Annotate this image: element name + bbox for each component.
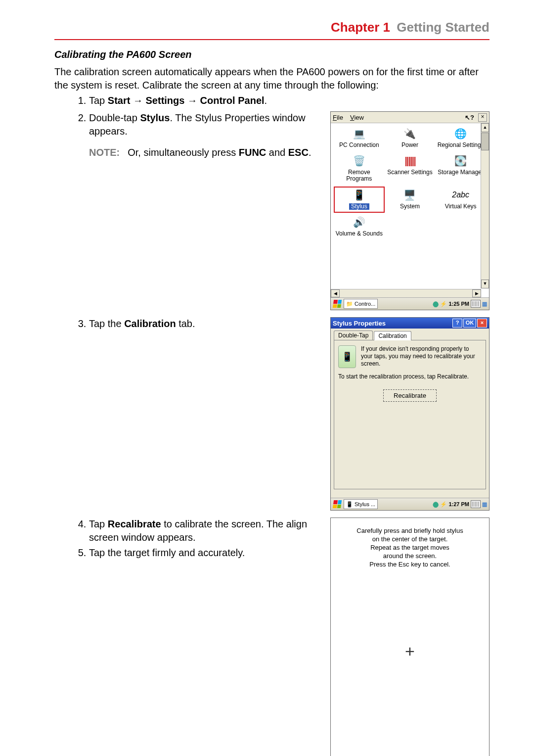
horizontal-scrollbar[interactable]: ◀ ▶ bbox=[331, 289, 481, 297]
chapter-title: Getting Started bbox=[397, 20, 490, 35]
sound-icon: 🔊 bbox=[351, 215, 367, 230]
start-button[interactable] bbox=[332, 299, 343, 309]
tab-strip: Double-Tap Calibration bbox=[334, 331, 486, 340]
system-tray: ⬤ ⚡ 1:27 PM ▥ bbox=[433, 500, 488, 508]
folder-icon: 📁 bbox=[346, 301, 353, 307]
desktop-icon[interactable]: ▥ bbox=[482, 301, 487, 307]
help-button[interactable]: ? bbox=[452, 319, 462, 328]
start-button[interactable] bbox=[332, 499, 343, 509]
tab-calibration[interactable]: Calibration bbox=[374, 331, 411, 340]
menu-file[interactable]: File bbox=[333, 114, 343, 121]
close-button[interactable]: × bbox=[478, 113, 487, 122]
scroll-up-icon[interactable]: ▲ bbox=[481, 123, 489, 132]
align-instructions: Carefully press and briefly hold stylus … bbox=[331, 527, 489, 568]
cp-item-system[interactable]: 🖥️ System bbox=[385, 187, 436, 213]
menu-view[interactable]: View bbox=[350, 114, 364, 121]
power-icon: 🔌 bbox=[401, 126, 418, 141]
pc-connection-icon: 💻 bbox=[351, 126, 367, 141]
menubar: File View ↖? × bbox=[331, 112, 489, 123]
close-button[interactable]: × bbox=[477, 319, 487, 328]
tray-battery-icon[interactable]: ⚡ bbox=[440, 301, 447, 307]
step-2: Double-tap Stylus. The Stylus Properties… bbox=[89, 111, 320, 138]
step-4: Tap Recalibrate to calibrate the screen.… bbox=[89, 518, 320, 544]
cp-item-power[interactable]: 🔌 Power bbox=[385, 125, 436, 151]
help-cursor-icon[interactable]: ↖? bbox=[465, 114, 474, 121]
calibration-start-text: To start the recalibration process, tap … bbox=[338, 373, 482, 380]
titlebar: Stylus Properties ? OK × bbox=[331, 318, 489, 329]
windows-logo-icon bbox=[333, 300, 342, 308]
barcode-icon: |||||| bbox=[401, 153, 418, 168]
taskbar: 📁 Contro... ⬤ ⚡ 1:25 PM ▥ bbox=[331, 297, 489, 310]
taskbar-task[interactable]: 📁 Contro... bbox=[344, 299, 378, 309]
system-tray: ⬤ ⚡ 1:25 PM ▥ bbox=[433, 300, 488, 308]
windows-logo-icon bbox=[333, 500, 342, 508]
vertical-scrollbar[interactable]: ▲ ▼ bbox=[481, 123, 489, 288]
scroll-down-icon[interactable]: ▼ bbox=[481, 280, 489, 288]
stylus-icon: 📱 bbox=[346, 501, 353, 508]
step-3: Tap the Calibration tab. bbox=[89, 317, 320, 331]
recalibrate-button[interactable]: Recalibrate bbox=[383, 389, 437, 402]
desktop-icon[interactable]: ▥ bbox=[482, 501, 487, 508]
globe-icon: 🌐 bbox=[452, 126, 469, 141]
step-1: Tap Start → Settings → Control Panel. bbox=[89, 95, 490, 106]
cp-item-remove-programs[interactable]: 🗑️ Remove Programs bbox=[334, 152, 385, 185]
remove-programs-icon: 🗑️ bbox=[351, 153, 367, 168]
keyboard-icon[interactable] bbox=[471, 300, 481, 308]
cp-item-scanner[interactable]: |||||| Scanner Settings bbox=[385, 152, 436, 185]
system-icon: 🖥️ bbox=[401, 188, 418, 202]
cp-item-virtual-keys[interactable]: 2abc Virtual Keys bbox=[435, 187, 486, 213]
note-text: Or, simultaneously press FUNC and ESC. bbox=[128, 146, 311, 159]
scroll-right-icon[interactable]: ▶ bbox=[472, 289, 481, 297]
step-list: Tap Start → Settings → Control Panel. bbox=[54, 95, 490, 106]
chapter-header: Chapter 1 Getting Started bbox=[54, 20, 490, 40]
tab-double-tap[interactable]: Double-Tap bbox=[334, 331, 373, 340]
tab-panel: 📱 If your device isn't responding proper… bbox=[334, 340, 486, 489]
step-5: Tap the target firmly and accurately. bbox=[89, 546, 320, 560]
tray-icon[interactable]: ⬤ bbox=[433, 501, 439, 508]
cp-item-pc-connection[interactable]: 💻 PC Connection bbox=[334, 125, 385, 151]
screenshot-align-screen: Carefully press and briefly hold stylus … bbox=[330, 518, 490, 756]
cp-item-volume-sounds[interactable]: 🔊 Volume & Sounds bbox=[334, 214, 385, 240]
scroll-left-icon[interactable]: ◀ bbox=[331, 289, 340, 297]
stylus-icon: 📱 bbox=[351, 188, 367, 202]
keyboard-icon[interactable] bbox=[471, 500, 481, 508]
scroll-thumb[interactable] bbox=[481, 133, 489, 150]
taskbar-task[interactable]: 📱 Stylus ... bbox=[344, 499, 378, 509]
window-title: Stylus Properties bbox=[333, 320, 386, 327]
tray-icon[interactable]: ⬤ bbox=[433, 301, 439, 307]
tray-battery-icon[interactable]: ⚡ bbox=[440, 501, 447, 508]
storage-icon: 💽 bbox=[452, 153, 469, 168]
tray-time: 1:25 PM bbox=[448, 301, 469, 307]
calibration-tip: If your device isn't responding properly… bbox=[361, 345, 482, 368]
calibration-target-icon[interactable]: + bbox=[405, 642, 415, 661]
cp-item-regional[interactable]: 🌐 Regional Settings bbox=[435, 125, 486, 151]
ok-button[interactable]: OK bbox=[463, 319, 476, 328]
note-block: NOTE: Or, simultaneously press FUNC and … bbox=[54, 146, 320, 159]
chapter-number: Chapter 1 bbox=[331, 20, 390, 35]
screenshot-control-panel: File View ↖? × 💻 PC Connection 🔌 Power bbox=[330, 111, 490, 310]
screenshot-stylus-properties: Stylus Properties ? OK × Double-Tap Cali… bbox=[330, 317, 490, 511]
taskbar: 📱 Stylus ... ⬤ ⚡ 1:27 PM ▥ bbox=[331, 498, 489, 510]
tray-time: 1:27 PM bbox=[448, 501, 469, 507]
note-label: NOTE: bbox=[89, 146, 120, 159]
cp-item-storage[interactable]: 💽 Storage Manager bbox=[435, 152, 486, 185]
section-title: Calibrating the PA600 Screen bbox=[54, 49, 490, 60]
intro-paragraph: The calibration screen automatically app… bbox=[54, 65, 490, 92]
device-icon: 📱 bbox=[338, 345, 356, 368]
virtual-keys-icon: 2abc bbox=[452, 188, 469, 202]
cp-item-stylus-selected[interactable]: 📱 Stylus bbox=[334, 187, 385, 213]
